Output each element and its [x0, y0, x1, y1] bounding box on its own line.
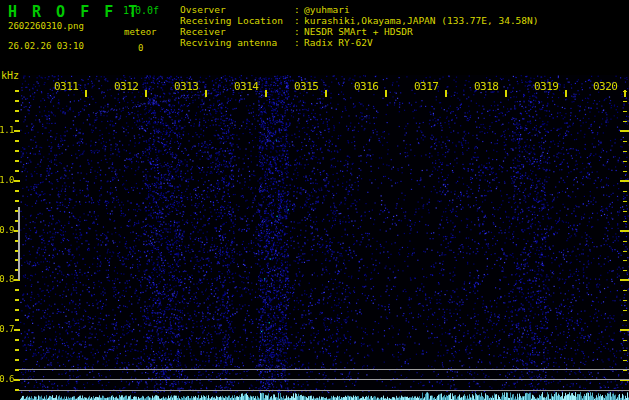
time-axis-label: 0320: [593, 82, 618, 92]
freq-minor-tick: [15, 359, 19, 361]
freq-minor-tick: [15, 90, 19, 92]
time-axis-label: 0319: [534, 82, 559, 92]
time-tick: [85, 90, 87, 97]
freq-minor-tick: [15, 339, 19, 341]
time-axis-label: 0318: [474, 82, 499, 92]
freq-minor-tick-right: [623, 101, 627, 102]
info-label: Ovserver: [180, 4, 294, 15]
freq-minor-tick-right: [623, 270, 627, 271]
freq-major-tick-right: [620, 329, 629, 331]
time-tick: [624, 90, 626, 97]
freq-minor-tick-right: [623, 141, 627, 142]
info-row-receiver: Receiver:NESDR SMArt + HDSDR: [180, 26, 539, 37]
time-axis-label: 0314: [234, 82, 259, 92]
freq-major-tick: [14, 130, 20, 132]
y-axis-unit-label: kHz: [1, 70, 19, 81]
time-axis-label: 0313: [174, 82, 199, 92]
meteor-count: 0: [138, 43, 143, 53]
info-separator: :: [294, 26, 304, 37]
app-title: H R O F F T: [8, 3, 140, 21]
info-row-antenna: Recviving antenna:Radix RY-62V: [180, 37, 539, 48]
info-value: kurashiki,Okayama,JAPAN (133.77E, 34.58N…: [304, 15, 539, 26]
freq-minor-tick: [15, 349, 19, 351]
freq-minor-tick: [15, 100, 19, 102]
freq-axis-label: 0.7: [0, 325, 14, 334]
freq-minor-tick-right: [623, 290, 627, 291]
freq-minor-tick-right: [623, 340, 627, 341]
reference-line: [19, 369, 629, 370]
hrofft-screen: H R O F F T 1.0.0f 2602260310.png meteor…: [0, 0, 629, 400]
freq-major-tick: [14, 180, 20, 182]
app-version: 1.0.0f: [123, 5, 159, 16]
freq-axis-label: 0.9: [0, 226, 14, 235]
freq-minor-tick: [15, 200, 19, 202]
freq-minor-tick-right: [623, 211, 627, 212]
info-label: Receiver: [180, 26, 294, 37]
freq-minor-tick-right: [623, 191, 627, 192]
time-axis-label: 0312: [114, 82, 139, 92]
freq-minor-tick-right: [623, 171, 627, 172]
freq-minor-tick: [15, 110, 19, 112]
time-tick: [325, 90, 327, 97]
freq-minor-tick-right: [623, 251, 627, 252]
freq-minor-tick: [15, 289, 19, 291]
freq-major-tick-right: [620, 230, 629, 232]
freq-minor-tick-right: [623, 161, 627, 162]
freq-axis-label: 0.6: [0, 375, 14, 384]
freq-minor-tick-right: [623, 360, 627, 361]
freq-axis-label: 0.8: [0, 275, 14, 284]
freq-minor-tick: [15, 190, 19, 192]
station-info: Ovserver:@yuhmari Receiving Location:kur…: [180, 4, 539, 48]
freq-minor-tick-right: [623, 300, 627, 301]
freq-major-tick-right: [620, 279, 629, 281]
info-row-location: Receiving Location:kurashiki,Okayama,JAP…: [180, 15, 539, 26]
freq-axis-label: 1.0: [0, 176, 14, 185]
info-separator: :: [294, 4, 304, 15]
freq-minor-tick-right: [623, 310, 627, 311]
output-filename: 2602260310.png: [8, 21, 84, 31]
axis-marker-line: [18, 207, 20, 280]
time-tick: [145, 90, 147, 97]
time-axis-label: 0317: [414, 82, 439, 92]
time-tick: [385, 90, 387, 97]
freq-axis-label: 1.1: [0, 126, 14, 135]
freq-minor-tick-right: [623, 241, 627, 242]
info-value: NESDR SMArt + HDSDR: [304, 26, 413, 37]
time-tick: [505, 90, 507, 97]
spectrogram-canvas: [20, 75, 629, 400]
freq-major-tick: [14, 329, 20, 331]
info-label: Recviving antenna: [180, 37, 294, 48]
info-row-observer: Ovserver:@yuhmari: [180, 4, 539, 15]
datetime-label: 26.02.26 03:10: [8, 41, 84, 51]
info-label: Receiving Location: [180, 15, 294, 26]
freq-minor-tick-right: [623, 151, 627, 152]
time-axis-label: 0311: [54, 82, 79, 92]
reference-line: [19, 390, 629, 391]
info-separator: :: [294, 37, 304, 48]
freq-minor-tick-right: [623, 370, 627, 371]
freq-minor-tick: [15, 170, 19, 172]
freq-minor-tick-right: [623, 121, 627, 122]
freq-major-tick-right: [620, 180, 629, 182]
time-axis-label: 0316: [354, 82, 379, 92]
freq-minor-tick: [15, 140, 19, 142]
freq-minor-tick-right: [623, 320, 627, 321]
freq-minor-tick-right: [623, 350, 627, 351]
freq-minor-tick: [15, 299, 19, 301]
freq-minor-tick: [15, 160, 19, 162]
mode-label: meteor: [124, 27, 157, 37]
time-axis-label: 0315: [294, 82, 319, 92]
freq-minor-tick-right: [623, 260, 627, 261]
freq-major-tick-right: [620, 130, 629, 132]
freq-minor-tick: [15, 309, 19, 311]
reference-line: [19, 379, 629, 380]
info-value: Radix RY-62V: [304, 37, 373, 48]
freq-minor-tick-right: [623, 221, 627, 222]
time-tick: [445, 90, 447, 97]
info-value: @yuhmari: [304, 4, 350, 15]
freq-minor-tick-right: [623, 201, 627, 202]
time-tick: [205, 90, 207, 97]
freq-minor-tick: [15, 120, 19, 122]
freq-minor-tick: [15, 150, 19, 152]
time-tick: [265, 90, 267, 97]
